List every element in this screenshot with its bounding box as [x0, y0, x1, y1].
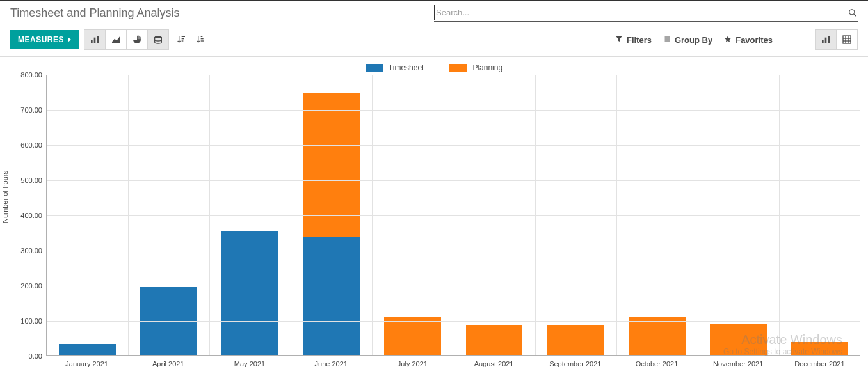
pie-chart-button[interactable]	[126, 29, 148, 50]
stacked-button[interactable]	[147, 29, 169, 50]
x-tick: August 2021	[453, 356, 534, 367]
svg-rect-10	[825, 38, 827, 43]
chart-type-group	[84, 29, 169, 50]
x-tick: May 2021	[209, 356, 290, 367]
chart-plot	[46, 75, 860, 356]
y-tick: 0.00	[29, 352, 42, 360]
list-icon	[663, 35, 671, 45]
legend-item-planning[interactable]: Planning	[449, 63, 502, 72]
favorites-label: Favorites	[735, 35, 773, 45]
star-icon	[724, 35, 732, 45]
svg-rect-3	[94, 38, 96, 43]
bar-segment[interactable]	[547, 325, 604, 355]
svg-rect-4	[97, 36, 99, 43]
y-tick: 800.00	[20, 71, 42, 79]
measures-label: MEASURES	[18, 35, 64, 44]
svg-rect-12	[843, 36, 851, 43]
svg-point-5	[155, 36, 162, 38]
x-tick: November 2021	[698, 356, 779, 367]
bar-segment[interactable]	[791, 342, 848, 355]
pivot-view-button[interactable]	[836, 29, 858, 50]
x-tick: April 2021	[127, 356, 209, 367]
groupby-dropdown[interactable]: Group By	[663, 35, 712, 45]
x-tick: December 2021	[779, 356, 860, 367]
bar-segment[interactable]	[59, 344, 116, 355]
legend-item-timesheet[interactable]: Timesheet	[366, 63, 424, 72]
view-switch	[815, 29, 858, 50]
sort-asc-button[interactable]	[191, 29, 210, 50]
bar-segment[interactable]	[710, 324, 767, 356]
groupby-label: Group By	[675, 35, 712, 45]
y-tick: 400.00	[20, 212, 42, 219]
y-tick: 600.00	[20, 141, 42, 149]
bar-segment[interactable]	[303, 237, 360, 355]
bar-segment[interactable]	[629, 317, 686, 356]
svg-rect-9	[822, 40, 824, 43]
svg-rect-2	[91, 40, 93, 43]
svg-line-1	[854, 14, 856, 16]
y-tick: 300.00	[20, 247, 42, 254]
filter-icon	[615, 35, 623, 45]
filters-label: Filters	[627, 35, 652, 45]
search-icon[interactable]	[848, 8, 858, 18]
x-tick: June 2021	[291, 356, 372, 367]
search-input[interactable]	[434, 5, 848, 20]
chart-legend: Timesheet Planning	[8, 59, 860, 75]
search-bar[interactable]	[434, 5, 858, 22]
sort-group	[172, 29, 210, 50]
bar-segment[interactable]	[384, 317, 441, 356]
legend-swatch-timesheet	[366, 64, 383, 72]
graph-view-button[interactable]	[815, 29, 837, 50]
legend-swatch-planning	[449, 64, 467, 72]
y-tick: 200.00	[20, 282, 42, 290]
y-axis: 0.00100.00200.00300.00400.00500.00600.00…	[8, 75, 46, 356]
measures-button[interactable]: MEASURES	[10, 30, 79, 49]
y-tick: 500.00	[20, 176, 42, 184]
page-title: Timesheet and Planning Analysis	[10, 5, 434, 20]
sort-desc-button[interactable]	[172, 29, 191, 50]
x-tick: January 2021	[46, 356, 127, 367]
caret-right-icon	[68, 37, 71, 42]
y-tick: 700.00	[20, 106, 42, 114]
bar-segment[interactable]	[466, 325, 523, 355]
line-chart-button[interactable]	[105, 29, 127, 50]
svg-point-0	[849, 9, 855, 14]
y-tick: 100.00	[20, 317, 42, 325]
legend-label-planning: Planning	[472, 63, 502, 72]
x-tick: July 2021	[372, 356, 453, 367]
legend-label-timesheet: Timesheet	[389, 63, 424, 72]
filters-dropdown[interactable]: Filters	[615, 35, 652, 45]
x-axis: January 2021April 2021May 2021June 2021J…	[46, 356, 860, 367]
x-tick: October 2021	[616, 356, 697, 367]
favorites-dropdown[interactable]: Favorites	[724, 35, 773, 45]
svg-rect-11	[828, 36, 830, 43]
x-tick: September 2021	[534, 356, 616, 367]
bar-chart-button[interactable]	[84, 29, 106, 50]
